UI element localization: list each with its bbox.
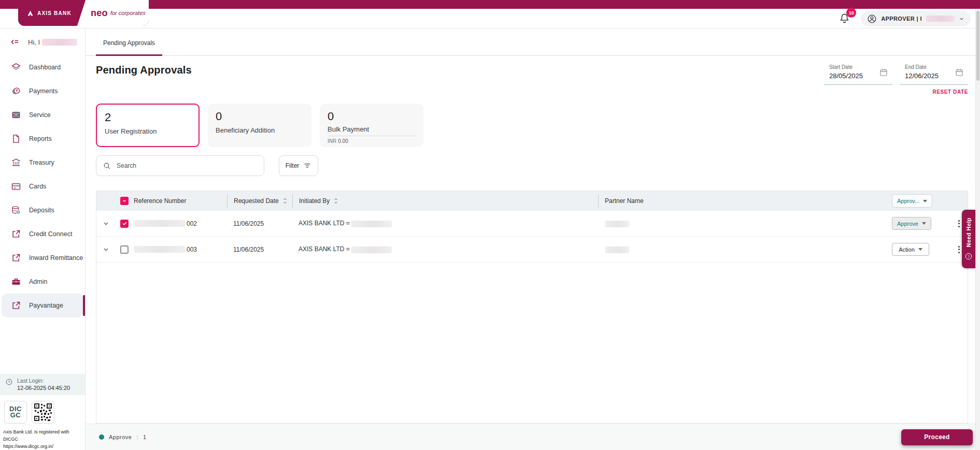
external-link-icon <box>11 253 21 263</box>
initiated-by-prefix: AXIS BANK LTD = <box>299 220 350 227</box>
last-login-label: Last Login: <box>17 378 70 384</box>
card-bulk-payment[interactable]: 0 Bulk Payment INR0.00 <box>320 104 423 147</box>
chevron-down-icon <box>103 246 109 253</box>
proceed-button[interactable]: Proceed <box>901 429 973 445</box>
sidebar-item-credit-connect[interactable]: Credit Connect <box>2 222 83 246</box>
filter-button[interactable]: Filter <box>279 155 318 176</box>
col-partner-name: Partner Name <box>598 194 892 208</box>
reference-number-cell: 002 <box>134 220 227 227</box>
sidebar-item-inward-remittance[interactable]: Inward Remittance <box>2 246 83 270</box>
summary-cards: 2 User Registration 0 Beneficiary Additi… <box>96 104 980 147</box>
user-avatar-icon <box>867 14 877 24</box>
scrollbar-thumb[interactable] <box>976 11 979 81</box>
selection-status: Approve : 1 <box>99 434 147 440</box>
sidebar-item-admin[interactable]: Admin <box>2 270 83 294</box>
sidebar-item-label: Inward Remittance <box>29 254 83 262</box>
sidebar-item-payvantage[interactable]: Payvantage <box>2 294 83 317</box>
requested-date-cell: 11/06/2025 <box>227 217 292 230</box>
redacted-initiated-by <box>351 246 392 253</box>
dropdown-caret-icon <box>918 248 922 253</box>
sidebar-item-service[interactable]: Service <box>2 103 83 127</box>
need-help-tab[interactable]: Need Help ? <box>962 210 975 268</box>
reset-date-button[interactable]: RESET DATE <box>824 89 968 95</box>
row-action-dropdown[interactable]: Approve <box>892 217 931 230</box>
card-count: 2 <box>105 111 191 124</box>
page-scrollbar[interactable] <box>975 9 980 450</box>
product-logo: neo for corporates <box>91 0 146 26</box>
dicgc-registration-text: Axis Bank Ltd. is registered with DICGC <box>3 428 83 443</box>
notification-badge: 10 <box>846 8 856 18</box>
notifications-button[interactable]: 10 <box>838 12 851 25</box>
card-sub-amount: 0.00 <box>338 138 348 144</box>
row-expand-button[interactable] <box>96 220 115 227</box>
sidebar-item-label: Cards <box>29 183 46 190</box>
select-all-checkbox[interactable] <box>120 197 129 205</box>
briefcase-icon <box>11 277 21 287</box>
document-icon <box>11 134 21 144</box>
sidebar-item-label: Payvantage <box>29 302 63 309</box>
layers-icon <box>11 62 21 72</box>
sort-icon[interactable] <box>333 197 339 205</box>
last-login-block: Last Login: 12-06-2025 04:45:20 <box>0 374 85 395</box>
sidebar-item-deposits[interactable]: Deposits <box>2 198 83 222</box>
bottom-action-bar: Approve : 1 Proceed <box>86 424 980 450</box>
dropdown-caret-icon <box>922 222 926 227</box>
card-beneficiary-addition[interactable]: 0 Beneficiary Addition <box>208 104 311 147</box>
svg-text:?: ? <box>968 254 970 258</box>
sidebar-item-payments[interactable]: Payments <box>2 79 83 103</box>
row-action-dropdown[interactable]: Action <box>892 243 929 256</box>
brand-flag: AXIS BANK neo for corporates <box>18 0 149 26</box>
inbox-icon <box>11 110 21 120</box>
collapse-sidebar-icon <box>9 37 20 47</box>
table-body: 00211/06/2025AXIS BANK LTD = Approve0031… <box>96 211 968 423</box>
user-role-label: APPROVER | I <box>881 16 922 22</box>
sidebar-item-label: Admin <box>29 278 47 285</box>
sidebar-collapse-button[interactable] <box>9 37 20 47</box>
bulk-action-dropdown[interactable]: Approv... <box>892 194 932 208</box>
table-row: 00211/06/2025AXIS BANK LTD = Approve <box>96 211 968 237</box>
help-question-icon: ? <box>964 252 973 260</box>
tab-pending-approvals[interactable]: Pending Approvals <box>96 39 162 55</box>
dicgc-qr-code <box>32 401 54 424</box>
reference-number-cell: 003 <box>134 246 227 253</box>
date-filters: Start Date 28/05/2025 End Date 12/06/202… <box>824 61 968 95</box>
calendar-icon[interactable] <box>955 68 964 77</box>
status-label: Approve <box>109 434 132 440</box>
end-date-field[interactable]: End Date 12/06/2025 <box>900 61 968 85</box>
sidebar-item-label: Credit Connect <box>29 230 72 238</box>
sidebar-item-reports[interactable]: Reports <box>2 127 83 151</box>
search-icon <box>103 162 111 170</box>
start-date-field[interactable]: Start Date 28/05/2025 <box>824 61 892 85</box>
col-initiated-by[interactable]: Initiated By <box>292 194 598 208</box>
sort-icon[interactable] <box>282 197 288 205</box>
sidebar-item-cards[interactable]: Cards <box>2 175 83 198</box>
row-expand-button[interactable] <box>96 246 115 253</box>
dicgc-logo: DIC GC <box>4 401 27 424</box>
search-box[interactable] <box>96 155 264 176</box>
sidebar-item-treasury[interactable]: Treasury <box>2 151 83 175</box>
redacted-reference <box>134 220 186 227</box>
col-requested-date[interactable]: Requested Date <box>227 194 292 208</box>
calendar-icon[interactable] <box>879 68 888 77</box>
card-user-registration[interactable]: 2 User Registration <box>96 104 200 147</box>
product-name: neo <box>91 8 108 19</box>
reference-suffix: 003 <box>187 246 197 253</box>
active-indicator <box>83 295 85 316</box>
sidebar-nav: DashboardPaymentsServiceReportsTreasuryC… <box>0 55 85 317</box>
sidebar-item-label: Deposits <box>29 207 54 214</box>
dicgc-url: https://www.dicgc.org.in/ <box>3 443 83 450</box>
row-action-label: Approve <box>897 221 918 227</box>
row-checkbox[interactable] <box>120 245 129 254</box>
initiated-by-cell: AXIS BANK LTD = <box>292 220 598 227</box>
sidebar-item-dashboard[interactable]: Dashboard <box>2 55 83 79</box>
product-suffix: for corporates <box>110 10 146 16</box>
tab-bar: Pending Approvals <box>86 28 980 56</box>
row-checkbox[interactable] <box>120 220 129 228</box>
indeterminate-icon <box>122 198 127 204</box>
external-link-icon <box>11 229 21 239</box>
card-count: 0 <box>216 110 304 123</box>
app-root: AXIS BANK neo for corporates 10 <box>0 0 980 450</box>
card-label: User Registration <box>105 127 191 135</box>
search-input[interactable] <box>117 162 258 169</box>
user-menu[interactable]: APPROVER | I <box>861 11 971 26</box>
